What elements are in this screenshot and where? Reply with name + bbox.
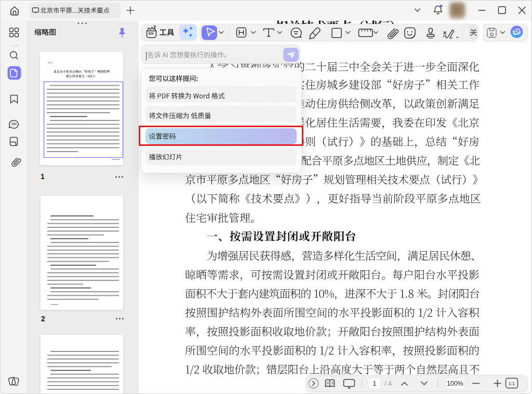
svg-text:1: 1	[373, 380, 377, 387]
svg-text:1:1: 1:1	[509, 381, 515, 386]
svg-text:/ 4: / 4	[384, 380, 392, 387]
svg-text:100%: 100%	[447, 380, 463, 387]
